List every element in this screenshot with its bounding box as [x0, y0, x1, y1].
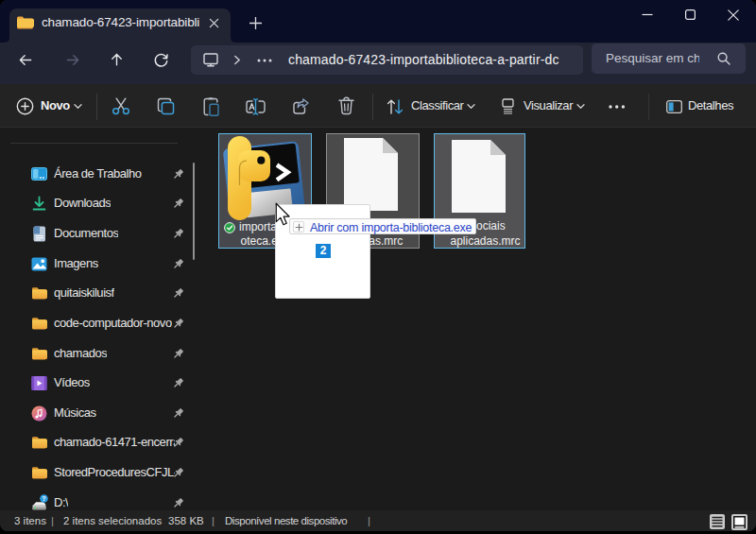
svg-text:?: ?	[42, 494, 45, 501]
